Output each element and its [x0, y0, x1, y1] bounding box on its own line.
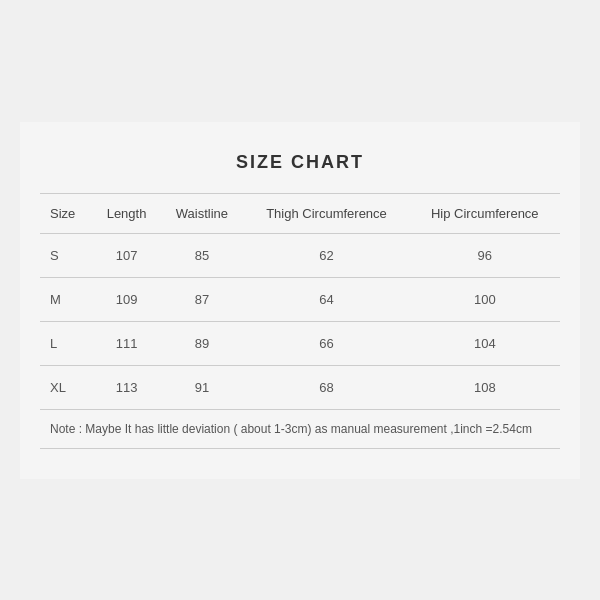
cell-size-0: S: [40, 233, 93, 277]
cell-size-2: L: [40, 321, 93, 365]
cell-length-2: 111: [93, 321, 161, 365]
cell-hip-2: 104: [410, 321, 560, 365]
table-row: XL1139168108: [40, 365, 560, 409]
cell-size-1: M: [40, 277, 93, 321]
chart-title: SIZE CHART: [40, 152, 560, 173]
cell-hip-3: 108: [410, 365, 560, 409]
col-header-waistline: Waistline: [160, 193, 243, 233]
cell-thigh-0: 62: [243, 233, 409, 277]
cell-thigh-1: 64: [243, 277, 409, 321]
col-header-hip: Hip Circumference: [410, 193, 560, 233]
cell-hip-1: 100: [410, 277, 560, 321]
col-header-thigh: Thigh Circumference: [243, 193, 409, 233]
col-header-length: Length: [93, 193, 161, 233]
cell-waistline-2: 89: [160, 321, 243, 365]
cell-waistline-3: 91: [160, 365, 243, 409]
table-row: M1098764100: [40, 277, 560, 321]
cell-waistline-1: 87: [160, 277, 243, 321]
table-row: L1118966104: [40, 321, 560, 365]
table-header-row: Size Length Waistline Thigh Circumferenc…: [40, 193, 560, 233]
cell-size-3: XL: [40, 365, 93, 409]
note-text: Note : Maybe It has little deviation ( a…: [40, 409, 560, 448]
col-header-size: Size: [40, 193, 93, 233]
table-row: S107856296: [40, 233, 560, 277]
cell-thigh-3: 68: [243, 365, 409, 409]
cell-waistline-0: 85: [160, 233, 243, 277]
cell-thigh-2: 66: [243, 321, 409, 365]
cell-length-3: 113: [93, 365, 161, 409]
size-chart-container: SIZE CHART Size Length Waistline Thigh C…: [20, 122, 580, 479]
cell-length-1: 109: [93, 277, 161, 321]
cell-length-0: 107: [93, 233, 161, 277]
note-row: Note : Maybe It has little deviation ( a…: [40, 409, 560, 448]
size-table: Size Length Waistline Thigh Circumferenc…: [40, 193, 560, 449]
cell-hip-0: 96: [410, 233, 560, 277]
